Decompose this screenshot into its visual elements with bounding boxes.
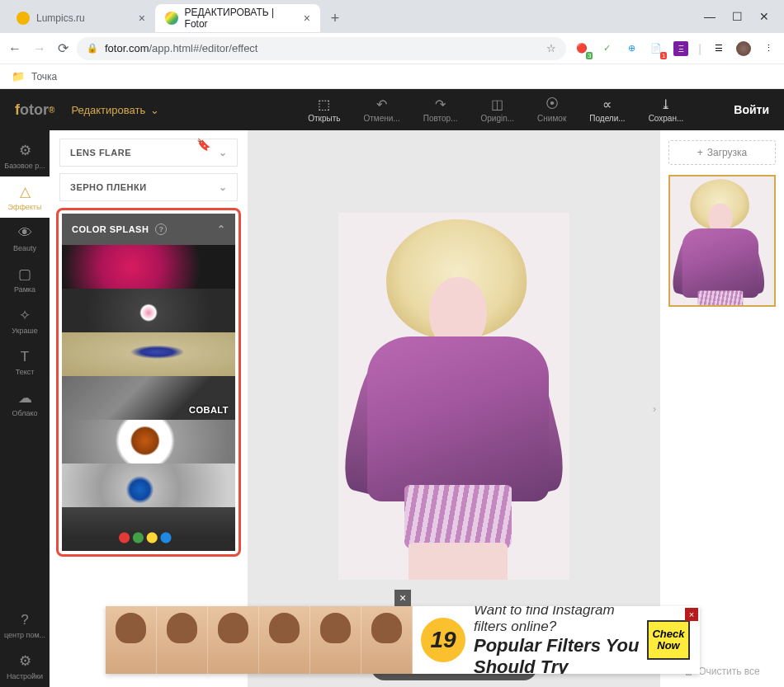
fotor-logo[interactable]: fotor® — [15, 101, 54, 119]
toolbar-button[interactable]: ⤓Сохран... — [649, 96, 684, 123]
rail-icon: T — [21, 349, 29, 365]
rail-item[interactable]: ☁Облако — [0, 383, 50, 424]
close-icon[interactable]: × — [304, 12, 310, 25]
effect-thumb[interactable] — [62, 332, 235, 376]
chevron-up-icon: ⌃ — [217, 224, 226, 235]
effect-section-lensflare[interactable]: LENS FLARE 🔖 ⌄ — [59, 139, 238, 167]
ad-text: Want to find Instagram filters online? P… — [474, 606, 647, 674]
tab-lumpics[interactable]: Lumpics.ru × — [7, 4, 155, 32]
ext-icon[interactable]: ⊕ — [624, 41, 639, 56]
login-button[interactable]: Войти — [734, 103, 769, 116]
ad-close-icon[interactable]: × — [685, 608, 698, 621]
rail-item[interactable]: △Эффекты — [0, 176, 50, 218]
star-icon[interactable]: ☆ — [546, 42, 556, 54]
rail-item[interactable]: ⚙Настройки — [0, 646, 50, 687]
bookmark-item[interactable]: Точка — [31, 71, 57, 82]
ad-cta-button[interactable]: CheckNow — [647, 620, 690, 660]
rail-icon: ✧ — [19, 307, 31, 324]
app-body: ⚙Базовое р...△Эффекты👁Beauty▢Рамка✧Украш… — [0, 130, 784, 687]
tool-icon: ⬚ — [318, 96, 330, 111]
tab-title: Lumpics.ru — [36, 12, 85, 24]
toolbar-button[interactable]: ⬚Открыть — [308, 96, 340, 123]
rail-item[interactable]: ?центр пом... — [0, 605, 50, 646]
ext-icon[interactable]: 📄1 — [649, 41, 664, 56]
url-text: fotor.com/app.html#/editor/effect — [105, 42, 540, 54]
bookmarks-bar: 📁 Точка — [0, 64, 784, 89]
section-label: COLOR SPLASH — [72, 224, 149, 234]
canvas-image[interactable] — [338, 213, 569, 580]
url-field[interactable]: 🔒 fotor.com/app.html#/editor/effect ☆ — [77, 37, 566, 60]
effect-thumb[interactable] — [62, 289, 235, 332]
favicon-icon — [165, 12, 178, 25]
rail-icon: ☁ — [18, 389, 32, 407]
rail-icon: ? — [21, 612, 28, 628]
effect-thumb[interactable] — [62, 507, 235, 551]
tool-icon: ⦿ — [545, 96, 559, 111]
help-icon[interactable]: ? — [155, 224, 167, 235]
effect-thumb[interactable] — [62, 245, 235, 289]
upload-button[interactable]: + Загрузка — [668, 140, 776, 165]
collapse-handle[interactable]: › — [649, 386, 660, 432]
effect-thumb[interactable] — [62, 463, 235, 507]
tool-icon: ↶ — [376, 96, 387, 111]
close-window-icon[interactable]: ✕ — [759, 10, 769, 23]
rail-item[interactable]: ✧Украше — [0, 300, 50, 341]
close-icon[interactable]: × — [139, 12, 145, 25]
maximize-icon[interactable]: ☐ — [732, 10, 743, 23]
toolbar-button[interactable]: ↷Повтор... — [423, 96, 458, 123]
tool-icon: ◫ — [491, 96, 503, 111]
ext-icon[interactable]: ✓ — [599, 41, 614, 56]
effects-panel: LENS FLARE 🔖 ⌄ ЗЕРНО ПЛЕНКИ ⌄ COLOR SPLA… — [50, 130, 248, 687]
toolbar-button[interactable]: ◫Ориgin... — [481, 96, 515, 123]
tab-title: РЕДАКТИРОВАТЬ | Fotor — [185, 7, 297, 30]
rail-icon: ▢ — [18, 266, 31, 283]
tool-icon: ⤓ — [660, 96, 671, 111]
rail-item[interactable]: ▢Рамка — [0, 259, 50, 300]
folder-icon: 📁 — [12, 70, 25, 82]
back-icon[interactable]: ← — [8, 41, 21, 56]
toolbar-button[interactable]: ↶Отмени... — [363, 96, 399, 123]
forward-icon[interactable]: → — [33, 41, 46, 56]
extensions: 🔴3 ✓ ⊕ 📄1 Ξ | ☰ ⋮ — [574, 41, 776, 56]
chevron-down-icon: ⌄ — [219, 147, 228, 158]
canvas-area[interactable]: − 27% + Сравнить › — [248, 130, 660, 687]
tool-icon: ∝ — [602, 96, 612, 111]
browser-titlebar: Lumpics.ru × РЕДАКТИРОВАТЬ | Fotor × + —… — [0, 0, 784, 33]
effect-thumb[interactable]: COBALT — [62, 376, 235, 420]
ad-banner[interactable]: 19 Want to find Instagram filters online… — [106, 606, 700, 674]
menu-icon[interactable]: ⋮ — [761, 41, 776, 56]
toolbar-button[interactable]: ⦿Снимок — [537, 96, 566, 123]
ext-icon[interactable]: 🔴3 — [574, 41, 589, 56]
new-tab-button[interactable]: + — [324, 7, 347, 30]
tool-icon: ↷ — [435, 96, 446, 111]
edit-dropdown[interactable]: Редактировать ⌄ — [71, 104, 159, 116]
thumbnail-selected[interactable] — [668, 175, 776, 307]
tab-fotor[interactable]: РЕДАКТИРОВАТЬ | Fotor × — [155, 4, 320, 32]
color-splash-thumbs: COBALT — [62, 245, 235, 551]
rail-item[interactable]: ⚙Базовое р... — [0, 135, 50, 176]
left-rail: ⚙Базовое р...△Эффекты👁Beauty▢Рамка✧Украш… — [0, 130, 50, 687]
rail-item[interactable]: TТекст — [0, 341, 50, 383]
chevron-down-icon: ⌄ — [150, 104, 159, 116]
right-panel: + Загрузка 🗑 Очистить все — [660, 130, 784, 687]
effect-section-filmgrain[interactable]: ЗЕРНО ПЛЕНКИ ⌄ — [59, 173, 238, 201]
bookmark-icon: 🔖 — [196, 138, 211, 151]
color-splash-header[interactable]: COLOR SPLASH ? ⌃ — [62, 214, 235, 245]
address-bar: ← → ⟳ 🔒 fotor.com/app.html#/editor/effec… — [0, 33, 784, 64]
ad-collapse-button[interactable]: × — [394, 590, 411, 606]
reload-icon[interactable]: ⟳ — [58, 40, 68, 56]
window-controls: — ☐ ✕ — [704, 0, 784, 33]
plus-icon: + — [697, 147, 703, 158]
toolbar-button[interactable]: ∝Подели... — [589, 96, 625, 123]
thumb-label: COBALT — [189, 405, 229, 415]
minimize-icon[interactable]: — — [704, 10, 716, 23]
ad-number: 19 — [421, 618, 465, 662]
section-label: ЗЕРНО ПЛЕНКИ — [70, 182, 147, 192]
top-toolbar: ⬚Открыть↶Отмени...↷Повтор...◫Ориgin...⦿С… — [308, 96, 683, 123]
rail-item[interactable]: 👁Beauty — [0, 218, 50, 259]
profile-icon[interactable] — [736, 41, 751, 56]
effect-thumb[interactable] — [62, 420, 235, 463]
ext-icon[interactable]: Ξ — [673, 41, 688, 56]
favicon-icon — [17, 12, 30, 25]
reading-list-icon[interactable]: ☰ — [711, 41, 726, 56]
